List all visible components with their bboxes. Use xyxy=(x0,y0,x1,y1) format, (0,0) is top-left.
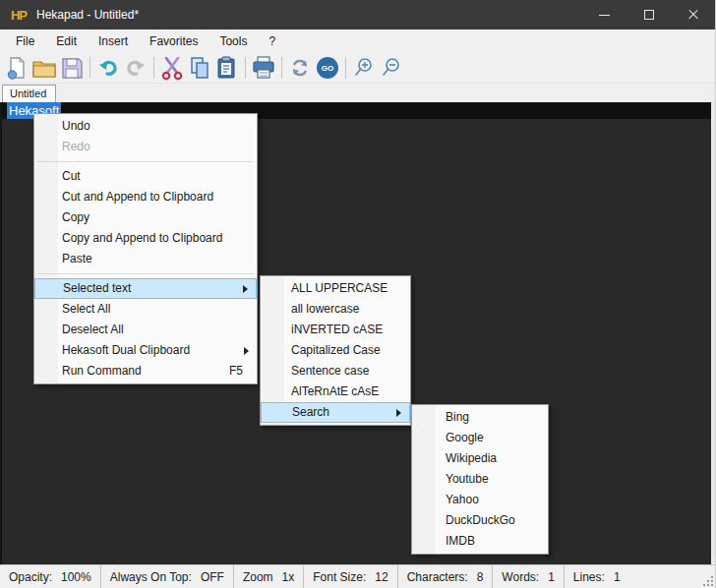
tab-untitled[interactable]: Untitled xyxy=(2,85,56,102)
toolbar-separator xyxy=(245,57,246,79)
context-menu: Undo Redo Cut Cut and Append to Clipboar… xyxy=(33,113,258,384)
new-file-button[interactable] xyxy=(3,54,30,82)
close-icon xyxy=(687,9,699,21)
tabbar: Untitled xyxy=(0,84,715,102)
menu-item-duckduckgo[interactable]: DuckDuckGo xyxy=(412,510,548,531)
status-font-size: Font Size: 12 xyxy=(304,565,397,588)
status-zoom: Zoom 1x xyxy=(234,565,304,588)
menu-item-deselect-all[interactable]: Deselect All xyxy=(34,320,257,340)
titlebar: HP Hekapad - Untitled* xyxy=(0,0,715,29)
menu-file[interactable]: File xyxy=(5,31,45,51)
menu-tools[interactable]: Tools xyxy=(209,31,258,51)
status-label: Always On Top: xyxy=(110,570,192,584)
status-label: Zoom xyxy=(243,570,273,584)
menubar: File Edit Insert Favorites Tools ? xyxy=(0,29,715,53)
maximize-button[interactable] xyxy=(626,0,671,29)
open-folder-icon xyxy=(31,55,57,81)
minimize-icon xyxy=(599,15,610,16)
undo-icon xyxy=(96,56,120,80)
menu-item-selected-text[interactable]: Selected text xyxy=(34,278,257,299)
copy-button[interactable] xyxy=(186,54,213,82)
menu-item-cut-append[interactable]: Cut and Append to Clipboard xyxy=(34,187,257,207)
status-label: Font Size: xyxy=(313,570,366,584)
menu-item-capitalized-case[interactable]: Capitalized Case xyxy=(261,340,410,361)
paste-icon xyxy=(215,56,239,80)
paste-button[interactable] xyxy=(213,54,241,82)
zoom-out-icon xyxy=(380,56,403,80)
submenu-arrow-icon xyxy=(244,347,249,355)
menu-item-run-command[interactable]: Run Command F5 xyxy=(34,361,257,382)
menu-item-label: Run Command xyxy=(62,361,142,382)
menu-item-google[interactable]: Google xyxy=(412,428,548,448)
menu-item-copy[interactable]: Copy xyxy=(34,207,257,228)
menu-separator xyxy=(37,273,254,274)
redo-icon xyxy=(124,56,148,80)
minimize-button[interactable] xyxy=(582,0,626,29)
toolbar-separator xyxy=(90,57,90,79)
submenu-arrow-icon xyxy=(243,285,248,293)
menu-item-all-lowercase[interactable]: all lowercase xyxy=(261,299,410,320)
menu-item-label: Search xyxy=(292,403,329,422)
menu-item-wikipedia[interactable]: Wikipedia xyxy=(412,448,548,469)
menu-help[interactable]: ? xyxy=(258,31,286,51)
statusbar: Opacity: 100% Always On Top: OFF Zoom 1x… xyxy=(0,564,715,588)
app-icon-text: HP xyxy=(11,8,27,23)
status-label: Opacity: xyxy=(9,570,52,584)
menu-item-search[interactable]: Search xyxy=(261,402,410,423)
copy-icon xyxy=(188,56,211,80)
menu-item-sentence-case[interactable]: Sentence case xyxy=(261,361,410,382)
editor-scrollbar[interactable] xyxy=(711,102,715,564)
submenu-selected-text: ALL UPPERCASE all lowercase iNVERTED cAS… xyxy=(260,275,411,426)
resize-grip[interactable] xyxy=(701,574,713,586)
go-button[interactable]: GO xyxy=(314,54,341,82)
menu-item-undo[interactable]: Undo xyxy=(34,116,257,137)
zoom-in-icon xyxy=(352,56,376,80)
menu-item-alternate-case[interactable]: AlTeRnAtE cAsE xyxy=(261,382,410,402)
menu-item-inverted-case[interactable]: iNVERTED cASE xyxy=(261,320,410,340)
menu-insert[interactable]: Insert xyxy=(88,31,139,51)
undo-button[interactable] xyxy=(94,54,122,82)
menu-item-paste[interactable]: Paste xyxy=(34,249,257,269)
save-button[interactable] xyxy=(58,54,86,82)
menu-item-shortcut: F5 xyxy=(229,361,243,382)
print-button[interactable] xyxy=(250,54,277,82)
menu-favorites[interactable]: Favorites xyxy=(139,31,209,51)
menu-item-bing[interactable]: Bing xyxy=(412,407,548,428)
menu-item-dual-clipboard[interactable]: Hekasoft Dual Clipboard xyxy=(34,340,257,361)
status-label: Characters: xyxy=(407,570,468,584)
status-value: 1x xyxy=(282,570,295,584)
menu-item-cut[interactable]: Cut xyxy=(34,166,257,187)
menu-item-youtube[interactable]: Youtube xyxy=(412,469,548,490)
menu-item-yahoo[interactable]: Yahoo xyxy=(412,490,548,510)
toolbar-separator xyxy=(281,57,282,79)
submenu-search: Bing Google Wikipedia Youtube Yahoo Duck… xyxy=(411,404,549,555)
submenu-arrow-icon xyxy=(396,409,401,417)
status-value: 1 xyxy=(614,570,621,584)
app-window: HP Hekapad - Untitled* File Edit Insert … xyxy=(0,0,716,588)
menu-item-label: Selected text xyxy=(63,279,131,298)
refresh-button[interactable] xyxy=(286,54,314,82)
app-icon: HP xyxy=(9,5,29,25)
menu-item-all-uppercase[interactable]: ALL UPPERCASE xyxy=(261,278,410,299)
zoom-in-button[interactable] xyxy=(350,54,378,82)
menu-item-copy-append[interactable]: Copy and Append to Clipboard xyxy=(34,228,257,249)
maximize-icon xyxy=(644,10,654,20)
zoom-out-button[interactable] xyxy=(378,54,405,82)
status-lines: Lines: 1 xyxy=(565,565,629,588)
menu-edit[interactable]: Edit xyxy=(45,31,88,51)
go-icon: GO xyxy=(317,57,338,79)
window-title: Hekapad - Untitled* xyxy=(36,8,139,22)
status-words: Words: 1 xyxy=(493,565,564,588)
menu-item-imdb[interactable]: IMDB xyxy=(412,531,548,552)
cut-icon xyxy=(159,55,185,81)
cut-button[interactable] xyxy=(158,54,186,82)
print-icon xyxy=(251,55,276,81)
save-icon xyxy=(60,56,84,80)
open-button[interactable] xyxy=(30,54,58,82)
status-value: 100% xyxy=(61,570,91,584)
menu-item-select-all[interactable]: Select All xyxy=(34,299,257,320)
close-button[interactable] xyxy=(671,0,715,29)
status-label: Words: xyxy=(502,570,539,584)
status-label: Lines: xyxy=(573,570,605,584)
redo-button[interactable] xyxy=(122,54,149,82)
